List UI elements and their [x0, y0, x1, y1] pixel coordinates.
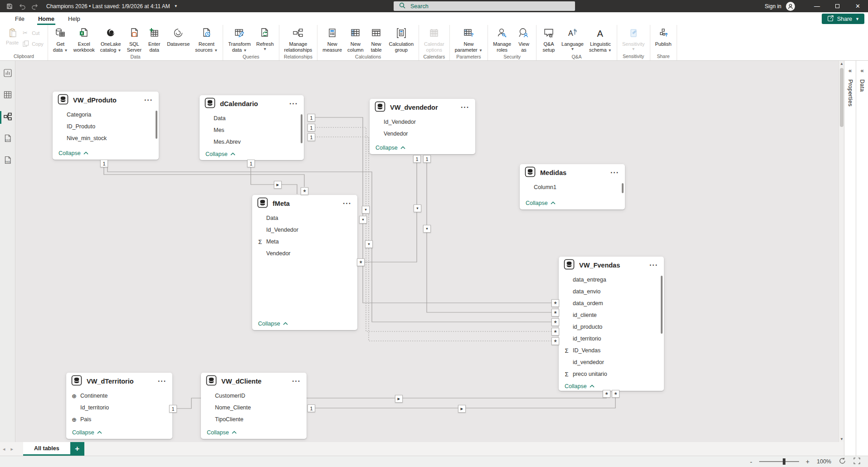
table-field-pais[interactable]: ⊕Pais — [66, 413, 172, 425]
sidebar-item-report-view[interactable] — [0, 65, 15, 83]
table-field-customerid[interactable]: CustomerID — [201, 390, 307, 402]
zoom-in-button[interactable]: + — [806, 458, 809, 465]
more-options-button[interactable]: ··· — [143, 98, 154, 102]
new-table-button[interactable]: Newtable — [366, 26, 386, 54]
menu-tab-file[interactable]: File — [8, 12, 31, 25]
collapse-link[interactable]: Collapse — [252, 317, 357, 330]
table-scrollbar[interactable] — [156, 111, 157, 139]
recent-sources-button[interactable]: Recentsources ▼ — [192, 26, 220, 54]
table-field-preco-unitario[interactable]: Σpreco unitario — [559, 368, 664, 380]
excel-workbook-button[interactable]: XExcelworkbook — [71, 26, 98, 54]
manage-roles-button[interactable]: Manageroles — [490, 26, 514, 54]
q-a-setup-button[interactable]: Q&Asetup — [539, 26, 559, 54]
table-field-categoria[interactable]: Categoria — [53, 109, 159, 121]
redo-icon[interactable] — [29, 1, 41, 12]
collapse-link[interactable]: Collapse — [559, 380, 664, 393]
canvas-vertical-scrollbar[interactable]: ▲ ▼ — [839, 61, 844, 442]
collapse-link[interactable]: Collapse — [520, 197, 625, 209]
more-options-button[interactable]: ··· — [648, 263, 659, 268]
collapse-link[interactable]: Collapse — [200, 148, 304, 161]
calculation-group-button[interactable]: Calculationgroup — [386, 26, 416, 54]
table-field-continente[interactable]: ⊕Continente — [66, 390, 172, 402]
table-field-tipocliente[interactable]: TipoCliente — [201, 413, 307, 425]
new-parameter-button[interactable]: ?Newparameter ▼ — [452, 26, 486, 54]
sidebar-item-table-view[interactable] — [0, 87, 15, 104]
table-scrollbar[interactable] — [661, 276, 663, 334]
more-options-button[interactable]: ··· — [288, 102, 299, 106]
fit-to-screen-icon[interactable] — [853, 457, 861, 466]
get-data-button[interactable]: Getdata ▼ — [50, 26, 71, 54]
refresh-button[interactable]: Refresh▼ — [254, 26, 277, 52]
all-tables-tab[interactable]: All tables — [23, 442, 70, 456]
properties-panel-toggle[interactable]: « Properties — [844, 61, 856, 456]
table-field-id-territorio[interactable]: id_territorio — [559, 333, 664, 345]
more-options-button[interactable]: ··· — [341, 201, 353, 206]
language-button[interactable]: ALanguage▼ — [559, 26, 586, 52]
search-input[interactable] — [410, 3, 555, 10]
data-panel-toggle[interactable]: « Data — [856, 61, 868, 456]
more-options-button[interactable]: ··· — [459, 105, 471, 110]
table-field-data[interactable]: Data — [200, 112, 304, 124]
sidebar-item-dax-query-view[interactable]: DAX — [0, 131, 15, 148]
table-field-nome-cliente[interactable]: Nome_Cliente — [201, 402, 307, 413]
table-field-nive-min-stock[interactable]: Nive_min_stock — [53, 132, 159, 144]
view-as-button[interactable]: Viewas — [514, 26, 534, 54]
zoom-out-button[interactable]: - — [750, 458, 752, 466]
dataverse-button[interactable]: Dataverse — [164, 26, 192, 48]
table-field-id-vendedor[interactable]: Id_Vendedor — [252, 224, 357, 236]
more-options-button[interactable]: ··· — [291, 379, 302, 384]
enter-data-button[interactable]: Enterdata — [144, 26, 164, 54]
new-column-button[interactable]: Newcolumn — [345, 26, 366, 54]
table-field-mes-abrev[interactable]: Mes.Abrev — [200, 136, 304, 148]
save-button[interactable] — [4, 1, 15, 12]
menu-tab-help[interactable]: Help — [61, 12, 87, 25]
table-field-mes[interactable]: Mes — [200, 124, 304, 136]
zoom-slider-handle[interactable] — [783, 458, 785, 465]
maximize-button[interactable] — [827, 0, 848, 12]
onelake-catalog-button[interactable]: OneLakecatalog ▼ — [98, 26, 124, 54]
table-card-fmeta[interactable]: fMeta···DataId_VendedorΣMetaVendedorColl… — [252, 195, 357, 330]
collapse-link[interactable]: Collapse — [66, 426, 172, 439]
table-card-dcalendario[interactable]: dCalendario···DataMesMes.AbrevCollapse — [200, 95, 304, 160]
table-field-id-cliente[interactable]: id_cliente — [559, 309, 664, 321]
table-card-vw-fvendas[interactable]: VW_Fvendas···data_entregadata_enviodata_… — [559, 257, 664, 391]
table-field-id-vendas[interactable]: ΣID_Vendas — [559, 345, 664, 356]
scrollbar-thumb[interactable] — [840, 68, 844, 127]
cut-button[interactable]: ✂Cut — [22, 29, 44, 37]
avatar[interactable] — [786, 2, 795, 11]
table-field-data-envio[interactable]: data_envio — [559, 286, 664, 297]
table-field-vendedor[interactable]: Vendedor — [370, 128, 475, 140]
title-dropdown-caret[interactable]: ▼ — [174, 4, 178, 8]
table-card-vw-dproduto[interactable]: VW_dProduto···CategoriaID_ProdutoNive_mi… — [53, 92, 159, 160]
table-card-vw-dterritorio[interactable]: VW_dTerritorio···⊕ContinenteId_territori… — [66, 373, 172, 439]
menu-tab-home[interactable]: Home — [31, 12, 61, 25]
table-field-id-vendedor[interactable]: id_vendedor — [559, 356, 664, 368]
table-field-meta[interactable]: ΣMeta — [252, 236, 357, 248]
collapse-link[interactable]: Collapse — [201, 426, 307, 439]
tab-scroll-left-icon[interactable]: ◂ — [0, 446, 8, 452]
copy-button[interactable]: Copy — [22, 40, 44, 48]
linguistic-schema-button[interactable]: ALinguisticschema ▼ — [586, 26, 614, 54]
table-field-id-vendedor[interactable]: Id_Vendedor — [370, 116, 475, 128]
zoom-slider[interactable] — [759, 461, 799, 462]
transform-data-button[interactable]: Transformdata ▼ — [225, 26, 254, 54]
undo-icon[interactable] — [16, 1, 28, 12]
sign-in-button[interactable]: Sign in — [765, 3, 781, 10]
relationship-line-dcalendario-fmeta[interactable] — [251, 167, 297, 194]
close-button[interactable]: ✕ — [848, 0, 868, 12]
collapse-link[interactable]: Collapse — [53, 147, 159, 160]
table-field-data-ordem[interactable]: data_ordem — [559, 297, 664, 309]
new-layout-button[interactable]: + — [70, 442, 84, 456]
minimize-button[interactable]: — — [807, 0, 827, 12]
sidebar-item-model-view[interactable] — [0, 109, 15, 126]
sidebar-item-tmdl-view[interactable]: TMDL — [0, 152, 15, 170]
tab-scroll-right-icon[interactable]: ▸ — [8, 446, 16, 452]
sql-server-button[interactable]: SQLServer — [124, 26, 144, 54]
table-card-vw-dvendedor[interactable]: VW_dvendedor···Id_VendedorVendedorCollap… — [370, 99, 475, 154]
more-options-button[interactable]: ··· — [609, 170, 620, 175]
paste-button[interactable]: Paste — [2, 26, 22, 46]
table-field-id-producto[interactable]: id_producto — [559, 321, 664, 333]
table-field-data-entrega[interactable]: data_entrega — [559, 274, 664, 286]
table-card-vw-dcliente[interactable]: VW_dCliente···CustomerIDNome_ClienteTipo… — [201, 373, 307, 439]
table-scrollbar[interactable] — [622, 183, 624, 193]
